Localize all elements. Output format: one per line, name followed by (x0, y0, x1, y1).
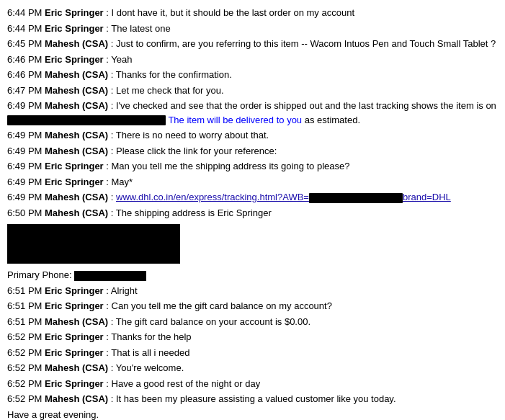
timestamp: 6:47 PM (7, 85, 45, 96)
timestamp: 6:49 PM (7, 130, 45, 140)
chat-line: 6:50 PM Mahesh (CSA) : The shipping addr… (7, 206, 498, 220)
chat-line: 6:49 PM Eric Springer : Man you tell me … (7, 159, 498, 174)
timestamp: 6:52 PM (7, 362, 45, 373)
timestamp: 6:51 PM (7, 316, 45, 327)
phone-label: Primary Phone: (7, 269, 74, 280)
chat-line: 6:49 PM Mahesh (CSA) : I've checked and … (7, 99, 498, 127)
message: Just to confirm, are you referring to th… (116, 38, 496, 49)
message: Yeah (111, 54, 132, 65)
chat-line: 6:46 PM Eric Springer : Yeah (7, 53, 498, 67)
message: Can you tell me the gift card balance on… (112, 300, 332, 311)
speaker: Mahesh (CSA) : (45, 316, 116, 327)
message: The latest one (111, 23, 170, 34)
chat-line: 6:51 PM Eric Springer : Alright (7, 284, 498, 298)
timestamp: 6:46 PM (7, 54, 45, 65)
speaker: Eric Springer : (45, 285, 111, 296)
chat-line: 6:45 PM Mahesh (CSA) : Just to confirm, … (7, 37, 498, 51)
timestamp: 6:51 PM (7, 300, 45, 311)
speaker: Mahesh (CSA) : (45, 192, 116, 202)
chat-line: 6:46 PM Mahesh (CSA) : Thanks for the co… (7, 68, 498, 82)
timestamp: 6:49 PM (7, 161, 45, 171)
timestamp: 6:49 PM (7, 146, 45, 156)
speaker: Eric Springer : (45, 7, 111, 18)
timestamp: 6:51 PM (7, 285, 45, 296)
message: Thanks for the help (111, 331, 191, 342)
message: Let me check that for you. (116, 85, 224, 96)
speaker: Mahesh (CSA) : (45, 393, 116, 404)
timestamp: 6:44 PM (7, 23, 45, 34)
timestamp: 6:52 PM (7, 347, 45, 358)
message: Have a great evening. (7, 409, 99, 420)
message: The shipping address is Eric Springer (116, 207, 272, 218)
chat-line: 6:51 PM Mahesh (CSA) : The gift card bal… (7, 315, 498, 329)
speaker: Eric Springer : (45, 378, 111, 389)
chat-container: 6:44 PM Eric Springer : I dont have it, … (7, 6, 498, 420)
speaker: Mahesh (CSA) : (45, 207, 116, 218)
timestamp: 6:44 PM (7, 7, 45, 18)
redacted-link-part (309, 193, 403, 203)
speaker: Eric Springer : (45, 161, 111, 171)
timestamp: 6:52 PM (7, 378, 45, 389)
speaker: Mahesh (CSA) : (45, 146, 116, 156)
timestamp: 6:52 PM (7, 331, 45, 342)
chat-line: 6:44 PM Eric Springer : The latest one (7, 22, 498, 36)
message: May* (112, 177, 133, 187)
chat-line: Have a great evening. (7, 408, 498, 421)
chat-line: 6:52 PM Eric Springer : Have a good rest… (7, 377, 498, 391)
chat-line: 6:51 PM Eric Springer : Can you tell me … (7, 299, 498, 313)
message: That is all i needed (111, 347, 189, 358)
speaker: Eric Springer : (45, 54, 111, 65)
message: It has been my pleasure assisting a valu… (116, 393, 396, 404)
chat-line: 6:49 PM Mahesh (CSA) : www.dhl.co.in/en/… (7, 190, 498, 205)
chat-line: 6:52 PM Eric Springer : Thanks for the h… (7, 330, 498, 344)
redacted-image-block (7, 224, 180, 264)
chat-line: 6:47 PM Mahesh (CSA) : Let me check that… (7, 84, 498, 98)
speaker: Mahesh (CSA) : (45, 38, 116, 49)
timestamp: 6:50 PM (7, 207, 45, 218)
phone-line: Primary Phone: (7, 268, 498, 282)
chat-line: 6:52 PM Eric Springer : That is all i ne… (7, 346, 498, 360)
message: Have a good rest of the night or day (112, 378, 261, 389)
chat-line: 6:49 PM Mahesh (CSA) : There is no need … (7, 128, 498, 143)
message: You're welcome. (116, 362, 184, 373)
dhl-brand-link[interactable]: brand=DHL (403, 192, 451, 202)
redacted-text (7, 115, 166, 125)
speaker: Mahesh (CSA) : (45, 130, 116, 140)
message: I dont have it, but it should be the las… (112, 7, 354, 18)
speaker: Eric Springer : (45, 23, 111, 34)
timestamp: 6:45 PM (7, 38, 45, 49)
speaker: Eric Springer : (45, 300, 111, 311)
redacted-phone (74, 271, 146, 281)
message: Alright (111, 285, 138, 296)
message: There is no need to worry about that. (116, 130, 269, 140)
speaker: Mahesh (CSA) : (45, 100, 116, 111)
chat-line: 6:52 PM Mahesh (CSA) : It has been my pl… (7, 392, 498, 406)
item-delivered-text: The item will be delivered to you (168, 115, 302, 125)
timestamp: 6:46 PM (7, 69, 45, 80)
message: Please click the link for your reference… (116, 146, 277, 156)
speaker: Mahesh (CSA) : (45, 85, 116, 96)
timestamp: 6:49 PM (7, 192, 45, 202)
speaker: Mahesh (CSA) : (45, 362, 116, 373)
message: Thanks for the confirmation. (116, 69, 232, 80)
chat-line: 6:49 PM Mahesh (CSA) : Please click the … (7, 144, 498, 158)
speaker: Mahesh (CSA) : (45, 69, 116, 80)
timestamp: 6:49 PM (7, 177, 45, 187)
speaker: Eric Springer : (45, 347, 111, 358)
message: The gift card balance on your account is… (116, 316, 310, 327)
dhl-tracking-link[interactable]: www.dhl.co.in/en/express/tracking.html?A… (116, 192, 309, 202)
message: Man you tell me the shipping address its… (112, 161, 350, 171)
timestamp: 6:49 PM (7, 100, 45, 111)
timestamp: 6:52 PM (7, 393, 45, 404)
speaker: Eric Springer : (45, 177, 111, 187)
chat-line: 6:49 PM Eric Springer : May* (7, 175, 498, 189)
chat-line: 6:44 PM Eric Springer : I dont have it, … (7, 6, 498, 20)
speaker: Eric Springer : (45, 331, 111, 342)
chat-line: 6:52 PM Mahesh (CSA) : You're welcome. (7, 361, 498, 375)
